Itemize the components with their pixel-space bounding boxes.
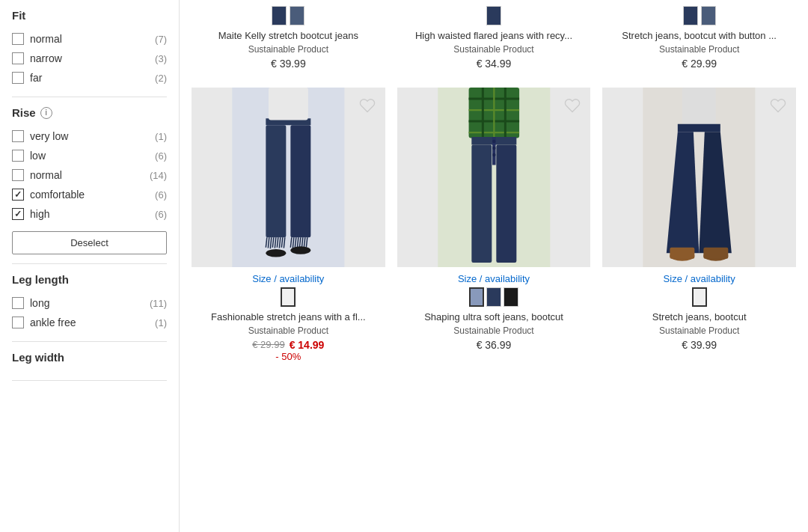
checkbox-comfortable[interactable]: ✓ — [12, 189, 24, 201]
wishlist-button-1[interactable] — [355, 94, 379, 117]
sustainable-1: Sustainable Product — [248, 325, 328, 336]
svg-point-38 — [492, 153, 496, 157]
label-normal: normal — [30, 33, 149, 45]
count-very-low: (1) — [155, 131, 167, 142]
swatch-mid-1[interactable] — [290, 6, 304, 25]
swatch-dark-2b[interactable] — [486, 287, 501, 307]
svg-point-36 — [492, 140, 496, 144]
top-swatches-1 — [272, 6, 304, 25]
wishlist-button-3[interactable] — [766, 94, 790, 117]
count-rise-normal: (14) — [150, 170, 167, 181]
price-discount-1: - 50% — [275, 351, 301, 362]
top-price-2: € 34.99 — [477, 58, 512, 70]
swatch-mid-3[interactable] — [701, 6, 716, 25]
rise-title: Rise — [12, 106, 36, 119]
top-swatches-3 — [683, 6, 716, 25]
sidebar: Fit normal (7) narrow (3) far (2) Rise — [0, 0, 180, 532]
top-product-card-3: Stretch jeans, bootcut with button ... S… — [596, 0, 802, 76]
checkbox-long[interactable] — [12, 297, 24, 309]
count-far: (2) — [155, 73, 167, 84]
size-availability-link-1[interactable]: Size / availability — [252, 273, 324, 284]
checkbox-high[interactable]: ✓ — [12, 208, 24, 220]
checkbox-low[interactable] — [12, 150, 24, 162]
svg-rect-49 — [704, 248, 729, 259]
fit-section-title: Fit — [12, 9, 167, 22]
checkbox-ankle-free[interactable] — [12, 317, 24, 328]
product-image-container-1 — [192, 88, 385, 267]
size-availability-link-2[interactable]: Size / availability — [458, 273, 530, 284]
svg-point-37 — [492, 147, 496, 150]
checkbox-normal[interactable] — [12, 33, 24, 45]
swatch-white-3[interactable] — [692, 287, 707, 307]
top-price-1: € 39.99 — [271, 58, 306, 70]
rise-section: Rise i very low (1) low (6) normal (14) — [12, 97, 167, 264]
filter-item-high: ✓ high (6) — [12, 204, 167, 224]
swatch-row-3 — [692, 287, 707, 307]
swatch-dark-1[interactable] — [272, 6, 287, 25]
top-product-card-1: Maite Kelly stretch bootcut jeans Sustai… — [186, 0, 391, 76]
filter-item-rise-normal: normal (14) — [12, 165, 167, 185]
filter-item-normal: normal (7) — [12, 29, 167, 49]
label-narrow: narrow — [30, 52, 149, 64]
swatch-dark-3[interactable] — [683, 6, 698, 25]
deselect-rise-button[interactable]: Deselect — [12, 231, 167, 254]
svg-point-14 — [266, 249, 286, 257]
filter-item-comfortable: ✓ comfortable (6) — [12, 185, 167, 204]
top-swatches-2 — [486, 6, 501, 25]
price-sale-1: € 14.99 — [290, 339, 325, 351]
swatch-black-2[interactable] — [504, 287, 518, 307]
count-long: (11) — [150, 298, 167, 309]
product-image-container-3 — [602, 88, 796, 267]
check-high: ✓ — [14, 209, 22, 219]
label-rise-normal: normal — [30, 169, 144, 181]
label-far: far — [30, 72, 149, 84]
top-product-name-2: High waisted flared jeans with recy... — [415, 30, 572, 43]
count-narrow: (3) — [155, 53, 167, 64]
swatch-light-2[interactable] — [469, 287, 484, 307]
product-name-2: Shaping ultra soft jeans, bootcut — [424, 311, 563, 324]
label-low: low — [30, 150, 149, 162]
leg-length-label: Leg length — [12, 273, 69, 286]
label-ankle-free: ankle free — [30, 317, 149, 328]
sustainable-3: Sustainable Product — [659, 325, 739, 336]
label-long: long — [30, 297, 144, 309]
swatch-white-1[interactable] — [281, 287, 296, 307]
label-high: high — [30, 208, 149, 220]
svg-rect-43 — [678, 124, 720, 132]
checkbox-narrow[interactable] — [12, 52, 24, 64]
filter-item-narrow: narrow (3) — [12, 49, 167, 68]
filter-item-low: low (6) — [12, 146, 167, 165]
checkbox-rise-normal[interactable] — [12, 169, 24, 181]
svg-point-23 — [290, 246, 310, 254]
product-card-1: Size / availability Fashionable stretch … — [186, 82, 391, 368]
price-original-1: € 29.99 — [252, 339, 284, 350]
swatch-dark-2[interactable] — [486, 6, 501, 25]
filter-item-very-low: very low (1) — [12, 126, 167, 146]
filter-item-ankle-free: ankle free (1) — [12, 313, 167, 332]
rise-info-icon[interactable]: i — [40, 107, 52, 119]
rise-section-title: Rise i — [12, 106, 167, 119]
label-comfortable: comfortable — [30, 189, 149, 201]
label-very-low: very low — [30, 130, 149, 142]
count-normal: (7) — [155, 34, 167, 45]
top-price-3: € 29.99 — [682, 58, 717, 70]
leg-width-title: Leg width — [12, 351, 167, 364]
checkbox-far[interactable] — [12, 72, 24, 84]
sustainable-2: Sustainable Product — [453, 325, 533, 336]
top-sustainable-3: Sustainable Product — [659, 44, 739, 55]
filter-item-far: far (2) — [12, 68, 167, 88]
filter-item-long: long (11) — [12, 293, 167, 313]
leg-width-label: Leg width — [12, 351, 64, 364]
swatch-row-1 — [281, 287, 296, 307]
wishlist-button-2[interactable] — [560, 94, 584, 117]
price-3: € 39.99 — [682, 339, 717, 351]
fit-section: Fit normal (7) narrow (3) far (2) — [12, 0, 167, 97]
size-availability-link-3[interactable]: Size / availability — [664, 273, 735, 284]
svg-rect-47 — [670, 248, 695, 259]
checkbox-very-low[interactable] — [12, 130, 24, 142]
product-card-3: Size / availability Stretch jeans, bootc… — [596, 82, 802, 368]
count-ankle-free: (1) — [155, 317, 167, 328]
svg-rect-3 — [266, 125, 286, 237]
product-name-1: Fashionable stretch jeans with a fl... — [211, 311, 366, 324]
swatch-row-2 — [469, 287, 518, 307]
